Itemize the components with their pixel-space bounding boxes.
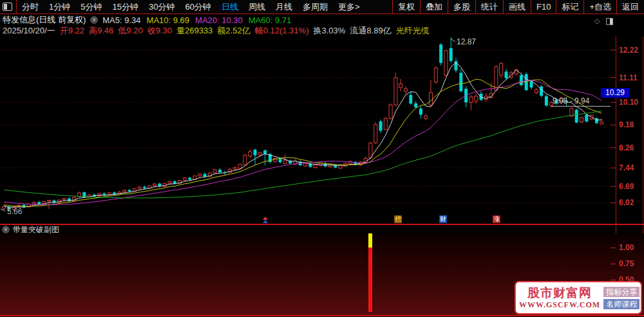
timeframe-item[interactable]: 分时	[17, 1, 44, 13]
stock-info-row: 特发信息(日线 前复权) ∨ MA5: 9.34MA10: 9.69MA20: …	[3, 15, 291, 25]
split-screen-icon[interactable]	[3, 3, 12, 11]
candle-down	[480, 94, 483, 100]
candle-down	[540, 86, 543, 96]
chevron-down-icon[interactable]: ∨	[90, 16, 98, 24]
price-axis-label: 7.44	[619, 163, 642, 172]
candle-down	[545, 96, 548, 106]
candle-up	[168, 181, 171, 183]
candle-down	[103, 194, 106, 195]
price-axis-label: 12.22	[619, 46, 642, 55]
candle-up	[258, 153, 261, 155]
toolbar-button[interactable]: 画线	[503, 0, 531, 14]
toolbar-button[interactable]: 复权	[392, 0, 420, 14]
candle-up	[304, 163, 307, 166]
candle-down	[575, 110, 578, 123]
candle-up	[249, 152, 252, 156]
price-axis-label: 6.02	[619, 198, 642, 207]
candle-up	[384, 118, 387, 129]
timeframe-item[interactable]: 1分钟	[44, 1, 75, 13]
candle-down	[204, 174, 207, 176]
timeframe-item[interactable]: 月线	[270, 1, 298, 13]
candle-down	[505, 71, 508, 78]
window-split-icon[interactable]	[606, 18, 613, 25]
toolbar-button[interactable]: +自选	[583, 0, 616, 14]
ma-value: MA10: 9.69	[147, 15, 190, 25]
diamond-icon[interactable]: ◇	[594, 17, 600, 24]
timeframe-item[interactable]: 60分钟	[180, 1, 216, 13]
quote-segment: 幅0.12(1.31%)	[255, 25, 309, 37]
watermark-badge-2: 名师课程	[603, 299, 639, 309]
candlestick-chart[interactable]: 12.875.669.05 - 9.94	[0, 37, 644, 224]
candle-up	[434, 68, 437, 82]
candle-down	[143, 187, 146, 188]
toolbar-button[interactable]: 统计	[475, 0, 503, 14]
timeframe-item[interactable]: 多周期	[298, 1, 333, 13]
candle-up	[153, 184, 156, 186]
last-price-tag: 10.29	[601, 88, 629, 98]
candle-up	[243, 156, 247, 165]
candle-up	[32, 203, 35, 204]
toolbar-actions: 复权叠加多股统计画线F10标记+自选返回	[392, 0, 644, 14]
ma-values: MA5: 9.34MA10: 9.69MA20: 10.30MA60: 9.71	[102, 15, 291, 25]
trading-terminal: { "toolbar": { "timeframes": ["分时","1分钟"…	[0, 0, 644, 317]
toolbar-button[interactable]: 返回	[616, 0, 644, 14]
candle-up	[374, 125, 377, 143]
ma5-line	[4, 62, 601, 207]
watermark-box: 股市财富网 WWW.GSCFW.COM 指标分享 名师课程	[515, 281, 642, 314]
timeframe-item[interactable]: 更多>	[333, 1, 365, 13]
timeframe-item[interactable]: 15分钟	[107, 1, 143, 13]
candle-down	[419, 109, 422, 115]
quote-segment: 额2.52亿	[217, 25, 250, 37]
signal-bar-red	[368, 248, 372, 312]
timeframe-item[interactable]: 5分钟	[75, 1, 107, 13]
candle-down	[279, 159, 282, 162]
top-toolbar: 分时1分钟5分钟15分钟30分钟60分钟日线周线月线多周期更多> 复权叠加多股统…	[0, 0, 644, 14]
candle-up	[48, 201, 51, 202]
quote-segment: 2025/10/20/一	[3, 25, 55, 37]
toolbar-button[interactable]: F10	[531, 0, 556, 14]
subchart-axis-label: 0.75	[619, 259, 642, 268]
candle-up	[399, 84, 402, 88]
quote-segment: 流通8.89亿	[350, 25, 391, 37]
toolbar-button[interactable]: 多股	[448, 0, 475, 14]
candle-up	[133, 189, 136, 191]
chevron-down-icon[interactable]: ∨	[2, 226, 10, 233]
chart-canvas[interactable]: 12.875.669.05 - 9.94	[0, 37, 644, 224]
toolbar-button[interactable]: 叠加	[420, 0, 448, 14]
timeframe-item[interactable]: 日线	[216, 1, 243, 13]
candle-down	[585, 114, 588, 122]
candle-up	[198, 174, 202, 176]
candle-up	[475, 96, 478, 102]
signal-bar-yellow	[368, 233, 372, 248]
bottom-border-line	[0, 315, 644, 316]
high-annotation: 12.87	[457, 37, 476, 46]
watermark-badges: 指标分享 名师课程	[603, 287, 639, 309]
ma-value: MA60: 9.71	[249, 15, 292, 25]
price-axis-label: 9.18	[619, 120, 642, 129]
subchart-axis-label: 1.00	[619, 243, 642, 252]
toolbar-button[interactable]: 标记	[556, 0, 583, 14]
candle-down	[530, 82, 533, 88]
candle-up	[444, 51, 448, 75]
quote-row: 2025/10/20/一开9.22高9.46低9.20收9.30量269333额…	[3, 26, 430, 36]
timeframe-item[interactable]: 周线	[243, 1, 270, 13]
candle-up	[283, 160, 287, 163]
quote-segment: 高9.46	[89, 25, 113, 37]
candle-up	[430, 93, 433, 105]
candle-down	[414, 104, 417, 107]
candle-up	[394, 78, 397, 105]
timeframe-item[interactable]: 30分钟	[144, 1, 180, 13]
candle-up	[138, 187, 141, 188]
panel-separator	[0, 224, 644, 225]
watermark-site-name: 股市财富网	[519, 286, 600, 300]
price-axis-label: 8.26	[619, 143, 642, 152]
ma-value: MA5: 9.34	[102, 15, 140, 25]
candle-up	[78, 193, 81, 196]
candle-down	[525, 74, 528, 90]
candle-down	[218, 170, 222, 172]
candle-up	[404, 89, 408, 91]
candle-up	[469, 97, 473, 102]
timeframe-menu: 分时1分钟5分钟15分钟30分钟60分钟日线周线月线多周期更多>	[17, 1, 365, 13]
ma10-line	[4, 79, 601, 206]
candle-up	[600, 122, 603, 124]
